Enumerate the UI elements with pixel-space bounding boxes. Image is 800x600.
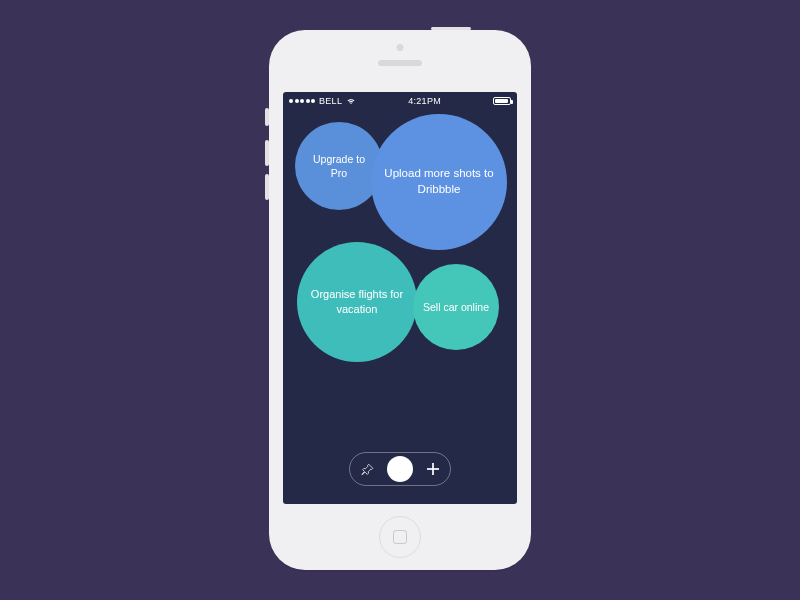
record-button[interactable] — [387, 456, 413, 482]
plus-icon — [427, 463, 439, 475]
bubble-label: Upload more shots to Dribbble — [381, 166, 497, 197]
home-button[interactable] — [379, 516, 421, 558]
phone-frame: BELL 4:21PM Upgrade to Pro Upload more s… — [269, 30, 531, 570]
power-button — [431, 27, 471, 30]
task-bubble-upgrade[interactable]: Upgrade to Pro — [295, 122, 383, 210]
task-bubble-flights[interactable]: Organise flights for vacation — [297, 242, 417, 362]
pin-button[interactable] — [359, 461, 375, 477]
volume-down — [265, 174, 269, 200]
add-button[interactable] — [425, 461, 441, 477]
task-bubble-upload[interactable]: Upload more shots to Dribbble — [371, 114, 507, 250]
home-icon — [393, 530, 407, 544]
front-camera — [397, 44, 404, 51]
screen: BELL 4:21PM Upgrade to Pro Upload more s… — [283, 92, 517, 504]
pin-icon — [361, 463, 374, 476]
bubble-label: Sell car online — [423, 300, 489, 314]
bubble-canvas: Upgrade to Pro Upload more shots to Drib… — [283, 92, 517, 504]
speaker-grille — [378, 60, 422, 66]
volume-up — [265, 140, 269, 166]
bubble-label: Organise flights for vacation — [307, 287, 407, 317]
mute-switch — [265, 108, 269, 126]
task-bubble-sell[interactable]: Sell car online — [413, 264, 499, 350]
bottom-toolbar — [349, 452, 451, 486]
bubble-label: Upgrade to Pro — [305, 152, 373, 180]
